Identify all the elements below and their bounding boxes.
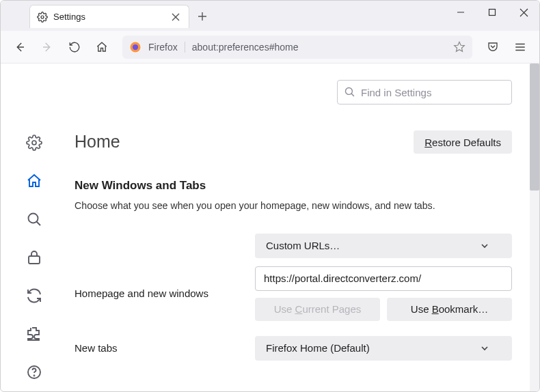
reload-button[interactable] xyxy=(62,36,87,59)
nav-search-icon[interactable] xyxy=(25,210,44,229)
main-panel: Home Restore Defaults New Windows and Ta… xyxy=(68,64,539,392)
search-icon xyxy=(344,86,355,98)
close-window-button[interactable] xyxy=(508,1,539,24)
titlebar: Settings xyxy=(1,1,539,31)
section-heading: New Windows and Tabs xyxy=(75,179,524,193)
gear-icon xyxy=(37,12,48,23)
svg-point-8 xyxy=(34,376,35,376)
search-wrapper xyxy=(337,80,512,104)
bookmark-star-icon[interactable] xyxy=(453,41,465,53)
back-button[interactable] xyxy=(8,36,32,59)
nav-home-icon[interactable] xyxy=(25,171,44,191)
identity-label: Firefox xyxy=(148,42,185,53)
nav-extensions-icon[interactable] xyxy=(25,324,44,344)
settings-nav xyxy=(1,64,68,392)
toolbar: Firefox about:preferences#home xyxy=(1,31,539,64)
url-bar[interactable]: Firefox about:preferences#home xyxy=(122,36,472,59)
nav-sync-icon[interactable] xyxy=(25,286,44,305)
url-text: about:preferences#home xyxy=(192,42,299,53)
svg-point-0 xyxy=(41,16,44,18)
svg-rect-1 xyxy=(489,10,496,16)
tab-settings[interactable]: Settings xyxy=(29,5,189,28)
scrollbar-thumb[interactable] xyxy=(530,64,539,191)
home-button[interactable] xyxy=(90,36,114,59)
chevron-down-icon xyxy=(481,344,489,352)
search-input[interactable] xyxy=(337,80,512,104)
homepage-url-input[interactable] xyxy=(255,266,512,291)
new-tab-button[interactable] xyxy=(192,6,213,27)
homepage-label: Homepage and new windows xyxy=(75,288,255,299)
svg-rect-6 xyxy=(29,256,40,264)
maximize-button[interactable] xyxy=(476,1,508,24)
vertical-scrollbar[interactable] xyxy=(530,64,539,391)
svg-point-4 xyxy=(32,141,36,145)
nav-general-icon[interactable] xyxy=(25,133,44,152)
forward-button[interactable] xyxy=(35,36,59,59)
minimize-button[interactable] xyxy=(445,1,476,24)
window-controls xyxy=(445,1,539,24)
svg-point-5 xyxy=(29,214,38,223)
restore-defaults-button[interactable]: Restore Defaults xyxy=(414,130,512,154)
newtabs-label: New tabs xyxy=(75,342,255,354)
newtabs-select[interactable]: Firefox Home (Default) xyxy=(255,336,512,361)
section-description: Choose what you see when you open your h… xyxy=(75,199,524,213)
firefox-icon xyxy=(129,41,141,53)
svg-point-9 xyxy=(345,87,352,94)
newtabs-value: Firefox Home (Default) xyxy=(266,342,370,354)
use-bookmark-button[interactable]: Use Bookmark… xyxy=(387,298,512,321)
chevron-down-icon xyxy=(481,242,489,250)
homepage-mode-select[interactable]: Custom URLs… xyxy=(255,234,512,258)
pocket-button[interactable] xyxy=(481,36,505,59)
svg-point-3 xyxy=(133,44,138,49)
close-tab-icon[interactable] xyxy=(170,11,182,23)
menu-button[interactable] xyxy=(508,36,532,59)
homepage-mode-value: Custom URLs… xyxy=(266,240,340,251)
use-current-pages-button[interactable]: Use Current Pages xyxy=(255,298,380,321)
tab-title: Settings xyxy=(53,12,85,22)
nav-privacy-icon[interactable] xyxy=(25,248,44,267)
content: Home Restore Defaults New Windows and Ta… xyxy=(1,64,539,392)
tab-strip: Settings xyxy=(1,1,445,28)
nav-help-icon[interactable] xyxy=(25,363,44,382)
